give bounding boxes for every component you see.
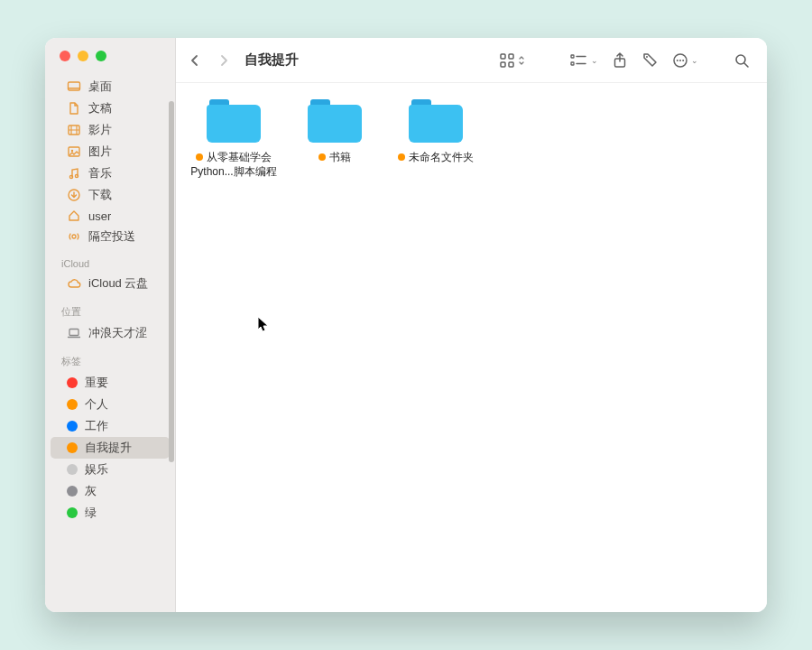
cloud-icon [67,276,81,291]
window-title: 自我提升 [245,51,299,69]
sidebar-item-label: 图片 [88,144,112,160]
sidebar-item-label: 文稿 [88,100,112,116]
svg-rect-12 [509,62,513,67]
doc-icon [67,101,81,116]
sidebar-item-airdrop[interactable]: 隔空投送 [51,226,170,247]
sidebar-item-label: 个人 [85,396,108,413]
sidebar-heading-icloud: iCloud [45,253,175,273]
icon-view-area[interactable]: 从零基础学会 Python...脚本编程 书籍 未命名文件夹 [176,83,767,612]
sidebar-item-pictures[interactable]: 图片 [51,141,170,162]
sidebar-item-icloud-drive[interactable]: iCloud 云盘 [51,273,170,294]
minimize-window-button[interactable] [78,51,88,61]
chevron-updown-icon [518,55,525,66]
sidebar-tag-entertainment[interactable]: 娱乐 [51,459,170,480]
folder-item[interactable]: 未命名文件夹 [385,99,486,164]
sidebar-item-home[interactable]: user [51,206,170,226]
tag-dot-icon [318,153,326,161]
photo-icon [67,144,81,159]
sidebar-item-label: 自我提升 [85,440,132,456]
svg-point-16 [646,56,648,58]
sidebar-item-label: 重要 [85,375,108,391]
sidebar-item-label: 隔空投送 [88,228,135,245]
folder-label: 书籍 [318,150,351,164]
sidebar-item-label: 娱乐 [85,461,108,478]
main-pane: 自我提升 ⌄ ⌄ [176,38,767,612]
folder-icon [207,99,261,143]
tag-dot-icon [67,399,78,410]
tag-dot-icon [196,153,203,161]
svg-point-5 [75,174,78,177]
share-button[interactable] [607,48,632,73]
sidebar-tag-gray[interactable]: 灰 [51,480,170,502]
sidebar-list: 桌面 文稿 影片 图片 [45,70,175,612]
sidebar-tag-green[interactable]: 绿 [51,502,170,524]
chevron-down-icon: ⌄ [591,56,598,65]
svg-rect-14 [571,62,574,65]
sidebar-heading-tags: 标签 [45,349,175,372]
scrollbar-thumb[interactable] [169,101,174,462]
tag-dot-icon [67,377,78,388]
back-button[interactable] [183,49,207,72]
chevron-down-icon: ⌄ [691,56,698,65]
sidebar-item-documents[interactable]: 文稿 [51,98,170,119]
sidebar-tag-self-improve[interactable]: 自我提升 [51,437,170,459]
sidebar-item-movies[interactable]: 影片 [51,119,170,141]
tag-dot-icon [67,421,78,432]
tag-dot-icon [67,442,78,453]
film-icon [67,123,81,137]
sidebar-item-label: 绿 [85,505,97,521]
sidebar-item-music[interactable]: 音乐 [51,162,170,184]
close-window-button[interactable] [60,51,70,61]
search-button[interactable] [729,48,754,73]
svg-point-3 [71,150,73,152]
svg-rect-9 [501,54,505,59]
sidebar-item-label: 工作 [85,418,108,434]
desktop-icon [67,79,81,94]
sidebar-item-downloads[interactable]: 下载 [51,184,170,206]
sidebar-item-label: 桌面 [88,79,112,95]
svg-point-4 [69,175,72,178]
sidebar-item-label: 灰 [85,483,97,499]
sidebar-section-favorites: 桌面 文稿 影片 图片 [45,76,175,247]
fullscreen-window-button[interactable] [96,51,106,61]
folder-item[interactable]: 从零基础学会 Python...脚本编程 [183,99,284,179]
folder-label: 未命名文件夹 [398,150,474,164]
folder-icon [308,99,362,143]
sidebar-scrollbar[interactable] [169,101,174,607]
sidebar-tag-personal[interactable]: 个人 [51,394,170,415]
svg-rect-8 [69,330,78,336]
tag-dot-icon [67,464,78,475]
folder-icon [409,99,463,143]
action-menu-button[interactable]: ⌄ [669,48,702,73]
sidebar-heading-locations: 位置 [45,300,175,322]
sidebar-item-label: iCloud 云盘 [88,275,148,292]
svg-rect-13 [571,55,574,58]
sidebar-section-icloud: iCloud iCloud 云盘 [45,253,175,294]
folder-label: 从零基础学会 Python...脚本编程 [190,150,276,179]
sidebar-item-computer[interactable]: 冲浪天才涩 [51,322,170,344]
sidebar-tag-important[interactable]: 重要 [51,372,170,394]
airdrop-icon [67,229,81,244]
sidebar: 桌面 文稿 影片 图片 [45,38,176,612]
home-icon [67,209,81,223]
view-icons-button[interactable] [495,48,529,73]
svg-rect-0 [69,82,80,90]
finder-window: 桌面 文稿 影片 图片 [45,38,767,612]
sidebar-item-label: 下载 [88,187,112,203]
sidebar-item-label: user [88,209,111,223]
sidebar-tag-work[interactable]: 工作 [51,415,170,437]
svg-rect-10 [509,54,513,59]
sidebar-item-desktop[interactable]: 桌面 [51,76,170,98]
music-icon [67,166,81,181]
sidebar-item-label: 影片 [88,122,112,138]
folder-item[interactable]: 书籍 [284,99,385,164]
svg-rect-11 [501,62,505,67]
group-by-button[interactable]: ⌄ [567,48,602,73]
svg-point-20 [682,60,684,61]
sidebar-item-label: 音乐 [88,165,112,181]
tags-button[interactable] [638,48,663,73]
sidebar-item-label: 冲浪天才涩 [88,325,147,341]
tag-dot-icon [67,507,78,518]
forward-button[interactable] [212,49,235,72]
svg-point-18 [677,60,678,61]
